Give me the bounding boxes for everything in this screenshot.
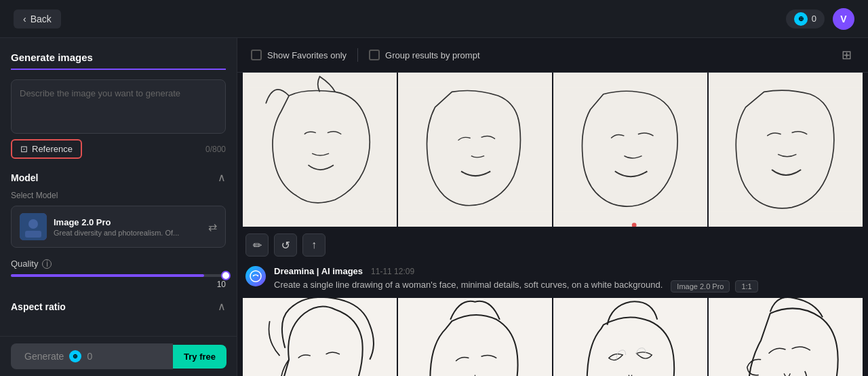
edit-icon: ✏	[253, 239, 262, 252]
action-bar-top: ✏ ↻ ↑	[237, 229, 868, 261]
svg-point-1	[28, 219, 38, 229]
avatar[interactable]: V	[833, 8, 854, 30]
generate-credits: 0	[87, 351, 92, 362]
model-thumb-image	[20, 213, 47, 240]
line-art-t4	[709, 73, 863, 227]
model-name: Image 2.0 Pro	[54, 217, 201, 227]
model-thumbnail	[20, 213, 47, 240]
upload-button[interactable]: ↑	[302, 233, 326, 257]
generate-button[interactable]: Generate ⊕ 0	[11, 343, 173, 369]
model-info: Image 2.0 Pro Great diversity and photor…	[54, 217, 201, 237]
prompt-footer: ⊡ Reference 0/800	[11, 139, 226, 159]
bot-avatar	[245, 266, 266, 286]
edit-button[interactable]: ✏	[245, 233, 269, 257]
ratio-tag: 1:1	[735, 280, 757, 293]
generate-label: Generate	[24, 351, 64, 362]
image-cell-t3[interactable]	[553, 73, 707, 227]
svg-rect-5	[553, 88, 707, 212]
aspect-title: Aspect ratio	[11, 301, 66, 312]
svg-point-10	[257, 275, 258, 276]
app-header: ‹ Back ⊕ 0 V	[0, 0, 868, 38]
svg-rect-12	[398, 298, 552, 376]
model-tag: Image 2.0 Pro	[671, 280, 730, 293]
char-count: 0/800	[205, 145, 226, 154]
image-cell-t4[interactable]	[709, 73, 863, 227]
favorites-checkbox[interactable]	[251, 50, 262, 60]
slider-track	[11, 274, 226, 277]
back-label: Back	[31, 14, 52, 24]
generate-bar: Generate ⊕ 0 Try free	[0, 336, 237, 376]
credits-count: 0	[812, 14, 816, 24]
refresh-button[interactable]: ↻	[274, 233, 297, 257]
toolbar-left: Show Favorites only Group results by pro…	[251, 48, 480, 62]
prompt-row: Dreamina | AI images 11-11 12:09 Create …	[237, 261, 868, 295]
back-arrow-icon: ‹	[23, 14, 26, 24]
back-button[interactable]: ‹ Back	[14, 10, 61, 29]
svg-point-8	[250, 271, 261, 282]
reference-label: Reference	[32, 144, 73, 154]
svg-rect-14	[709, 298, 863, 376]
generate-credits-icon: ⊕	[69, 350, 81, 362]
svg-point-9	[253, 275, 254, 276]
content-area: ✏ ↻ ↑	[237, 73, 868, 376]
svg-point-6	[632, 223, 637, 227]
right-panel: Show Favorites only Group results by pro…	[237, 38, 868, 376]
main-layout: Generate images ⊡ Reference 0/800 Model …	[0, 38, 868, 376]
slider-fill	[11, 274, 204, 277]
line-art-t2	[398, 73, 552, 227]
line-art-t3	[553, 73, 707, 227]
top-image-grid	[237, 73, 868, 227]
model-section-header: Model ∧	[11, 171, 226, 184]
group-checkbox[interactable]	[369, 50, 380, 60]
model-settings-icon[interactable]: ⇄	[208, 221, 217, 233]
reference-button[interactable]: ⊡ Reference	[11, 139, 82, 159]
svg-rect-4	[398, 88, 552, 212]
group-label: Group results by prompt	[385, 50, 479, 60]
model-card[interactable]: Image 2.0 Pro Great diversity and photor…	[11, 206, 226, 248]
favorites-label: Show Favorites only	[267, 50, 347, 60]
prompt-tags: Image 2.0 Pro 1:1	[671, 280, 757, 293]
quality-label: Quality	[11, 259, 38, 269]
avatar-letter: V	[840, 14, 846, 24]
prompt-time: 11-11 12:09	[371, 267, 414, 276]
image-cell-b4[interactable]	[709, 298, 863, 376]
left-panel: Generate images ⊡ Reference 0/800 Model …	[0, 38, 237, 376]
favorites-checkbox-group: Show Favorites only	[251, 50, 347, 60]
model-desc: Great diversity and photorealism. Of...	[54, 229, 201, 237]
prompt-author: Dreamina | AI images	[274, 266, 363, 276]
try-free-label: Try free	[184, 352, 216, 362]
svg-rect-3	[243, 88, 397, 212]
image-cell-t2[interactable]	[398, 73, 552, 227]
bottom-image-grid	[237, 298, 868, 376]
try-free-button[interactable]: Try free	[173, 345, 226, 369]
group-checkbox-group: Group results by prompt	[369, 50, 479, 60]
save-icon-button[interactable]: ⊞	[839, 45, 854, 65]
prompt-text: Create a single line drawing of a woman'…	[274, 279, 663, 291]
line-art-b1	[243, 298, 397, 376]
image-cell-t1[interactable]	[243, 73, 397, 227]
image-cell-b3[interactable]	[553, 298, 707, 376]
save-icon: ⊞	[842, 48, 852, 62]
select-model-label: Select Model	[11, 191, 226, 200]
right-toolbar: Show Favorites only Group results by pro…	[237, 38, 868, 73]
image-cell-b2[interactable]	[398, 298, 552, 376]
credits-badge: ⊕ 0	[786, 10, 825, 29]
line-art-b4	[709, 298, 863, 376]
reference-icon: ⊡	[20, 144, 28, 154]
quality-slider[interactable]	[11, 274, 226, 277]
bot-icon	[250, 270, 262, 282]
prompt-input[interactable]	[11, 79, 226, 134]
quality-header: Quality i	[11, 259, 226, 269]
toolbar-divider	[357, 48, 358, 62]
svg-rect-2	[25, 231, 41, 238]
aspect-collapse-icon[interactable]: ∧	[218, 300, 226, 313]
model-collapse-icon[interactable]: ∧	[218, 171, 226, 184]
upload-icon: ↑	[311, 239, 317, 251]
image-cell-b1[interactable]	[243, 298, 397, 376]
prompt-meta-header: Dreamina | AI images 11-11 12:09	[274, 266, 758, 276]
line-art-b2	[398, 298, 552, 376]
quality-section: Quality i 10	[11, 259, 226, 289]
panel-title: Generate images	[11, 52, 226, 70]
credits-icon: ⊕	[794, 12, 808, 26]
quality-value: 10	[11, 280, 226, 289]
